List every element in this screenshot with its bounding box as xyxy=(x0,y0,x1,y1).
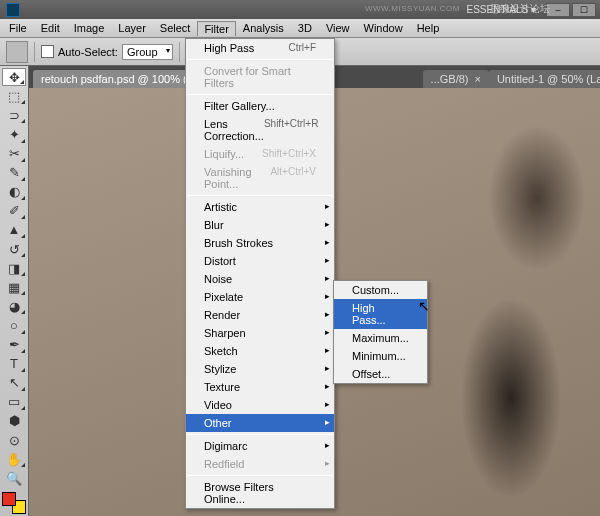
path-tool[interactable]: ↖ xyxy=(2,374,26,392)
heal-tool[interactable]: ◐ xyxy=(2,183,26,201)
menu-image[interactable]: Image xyxy=(67,20,112,36)
separator xyxy=(34,42,35,62)
lasso-tool[interactable]: ⊃ xyxy=(2,106,26,124)
watermark-text: 思缘设计论坛 xyxy=(490,2,550,16)
menu-view[interactable]: View xyxy=(319,20,357,36)
other-submenu: Custom... High Pass... Maximum... Minimu… xyxy=(333,280,428,384)
stamp-tool[interactable]: ▲ xyxy=(2,221,26,239)
separator xyxy=(187,434,333,435)
color-swatches[interactable] xyxy=(2,492,26,514)
menu-high-pass[interactable]: High Pass... xyxy=(334,299,427,329)
menu-bar: File Edit Image Layer Select Filter Anal… xyxy=(0,19,600,38)
pen-tool[interactable]: ✒ xyxy=(2,336,26,354)
menu-edit[interactable]: Edit xyxy=(34,20,67,36)
menu-other[interactable]: Other xyxy=(186,414,334,432)
watermark-url: WWW.MISSYUAN.COM xyxy=(365,4,460,13)
document-tab[interactable]: Untitled-1 @ 50% (Layer 2, RGB/8) *× xyxy=(489,70,600,88)
menu-filter[interactable]: Filter xyxy=(197,21,235,36)
separator xyxy=(187,59,333,60)
separator xyxy=(187,195,333,196)
toolbox: ✥ ⬚ ⊃ ✦ ✂ ✎ ◐ ✐ ▲ ↺ ◨ ▦ ◕ ○ ✒ T ↖ ▭ ⬢ ⊙ … xyxy=(0,66,29,516)
separator xyxy=(179,42,180,62)
menu-minimum[interactable]: Minimum... xyxy=(334,347,427,365)
menu-stylize[interactable]: Stylize xyxy=(186,360,334,378)
separator xyxy=(187,94,333,95)
menu-3d[interactable]: 3D xyxy=(291,20,319,36)
menu-pixelate[interactable]: Pixelate xyxy=(186,288,334,306)
menu-noise[interactable]: Noise xyxy=(186,270,334,288)
menu-digimarc[interactable]: Digimarc xyxy=(186,437,334,455)
blur-tool[interactable]: ◕ xyxy=(2,297,26,315)
app-icon xyxy=(6,3,20,17)
menu-analysis[interactable]: Analysis xyxy=(236,20,291,36)
menu-blur[interactable]: Blur xyxy=(186,216,334,234)
menu-maximum[interactable]: Maximum... xyxy=(334,329,427,347)
menu-custom[interactable]: Custom... xyxy=(334,281,427,299)
menu-window[interactable]: Window xyxy=(357,20,410,36)
menu-artistic[interactable]: Artistic xyxy=(186,198,334,216)
close-icon[interactable]: × xyxy=(474,73,480,85)
menu-offset[interactable]: Offset... xyxy=(334,365,427,383)
eyedropper-tool[interactable]: ✎ xyxy=(2,164,26,182)
history-brush-tool[interactable]: ↺ xyxy=(2,240,26,258)
menu-texture[interactable]: Texture xyxy=(186,378,334,396)
menu-sharpen[interactable]: Sharpen xyxy=(186,324,334,342)
menu-sketch[interactable]: Sketch xyxy=(186,342,334,360)
shape-tool[interactable]: ▭ xyxy=(2,393,26,411)
menu-file[interactable]: File xyxy=(2,20,34,36)
menu-select[interactable]: Select xyxy=(153,20,198,36)
menu-distort[interactable]: Distort xyxy=(186,252,334,270)
cursor-icon: ↖ xyxy=(418,298,430,314)
zoom-tool[interactable]: 🔍 xyxy=(2,469,26,487)
title-bar: WWW.MISSYUAN.COM 思缘设计论坛 ESSENTIALS ▾ – ☐ xyxy=(0,0,600,19)
gradient-tool[interactable]: ▦ xyxy=(2,278,26,296)
menu-layer[interactable]: Layer xyxy=(111,20,153,36)
menu-brush-strokes[interactable]: Brush Strokes xyxy=(186,234,334,252)
menu-lens-correction[interactable]: Lens Correction...Shift+Ctrl+R xyxy=(186,115,334,145)
auto-select-label: Auto-Select: xyxy=(58,46,118,58)
move-tool[interactable]: ✥ xyxy=(2,68,26,86)
hand-tool[interactable]: ✋ xyxy=(2,450,26,468)
separator xyxy=(187,475,333,476)
type-tool[interactable]: T xyxy=(2,355,26,373)
menu-vanishing-point[interactable]: Vanishing Point...Alt+Ctrl+V xyxy=(186,163,334,193)
tool-preset-icon[interactable] xyxy=(6,41,28,63)
3d-camera-tool[interactable]: ⊙ xyxy=(2,431,26,449)
wand-tool[interactable]: ✦ xyxy=(2,125,26,143)
auto-select-checkbox[interactable] xyxy=(41,45,54,58)
marquee-tool[interactable]: ⬚ xyxy=(2,87,26,105)
dodge-tool[interactable]: ○ xyxy=(2,316,26,334)
auto-select-dropdown[interactable]: Group xyxy=(122,44,173,60)
maximize-button[interactable]: ☐ xyxy=(572,3,596,17)
3d-tool[interactable]: ⬢ xyxy=(2,412,26,430)
menu-browse-filters[interactable]: Browse Filters Online... xyxy=(186,478,334,508)
brush-tool[interactable]: ✐ xyxy=(2,202,26,220)
filter-menu-dropdown: High PassCtrl+F Convert for Smart Filter… xyxy=(185,38,335,509)
menu-smart-filters[interactable]: Convert for Smart Filters xyxy=(186,62,334,92)
document-tab[interactable]: ...GB/8)× xyxy=(423,70,489,88)
foreground-swatch[interactable] xyxy=(2,492,16,506)
crop-tool[interactable]: ✂ xyxy=(2,145,26,163)
menu-liquify[interactable]: Liquify...Shift+Ctrl+X xyxy=(186,145,334,163)
menu-last-filter[interactable]: High PassCtrl+F xyxy=(186,39,334,57)
menu-redfield[interactable]: Redfield xyxy=(186,455,334,473)
menu-render[interactable]: Render xyxy=(186,306,334,324)
menu-video[interactable]: Video xyxy=(186,396,334,414)
menu-help[interactable]: Help xyxy=(410,20,447,36)
eraser-tool[interactable]: ◨ xyxy=(2,259,26,277)
menu-filter-gallery[interactable]: Filter Gallery... xyxy=(186,97,334,115)
